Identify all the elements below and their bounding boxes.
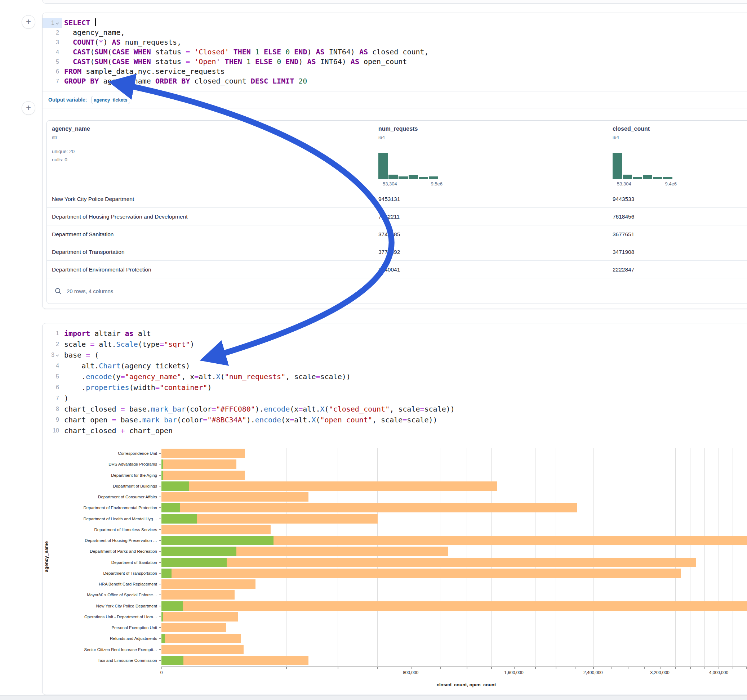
table-row[interactable]: Department of Transportation377489234719… — [47, 243, 747, 260]
x-axis-tick — [705, 667, 705, 669]
histogram-range-labels: 53,304 9.5e6 — [383, 181, 444, 187]
bar-open[interactable] — [162, 471, 163, 480]
bar-closed[interactable] — [162, 558, 696, 567]
gridline — [660, 448, 660, 666]
column-name: num_requests — [378, 126, 417, 132]
code-line[interactable]: 8chart_closed = base.mark_bar(color="#FF… — [42, 404, 747, 415]
bar-closed[interactable] — [162, 634, 241, 643]
bar-closed[interactable] — [162, 623, 226, 632]
code-line[interactable]: 10chart_closed + chart_open — [42, 425, 747, 436]
column-name: agency_name — [52, 126, 90, 132]
output-variable-pill[interactable]: agency_tickets — [91, 96, 130, 104]
bar-closed[interactable] — [162, 503, 577, 512]
code-content: chart_open = base.mark_bar(color="#8BC34… — [62, 415, 437, 425]
table-cell: 9443533 — [612, 190, 634, 208]
code-line[interactable]: 5 CAST(SUM(CASE WHEN status = 'Open' THE… — [42, 57, 747, 66]
y-axis-tick — [159, 530, 161, 530]
bar-closed[interactable] — [162, 492, 308, 502]
bar-open[interactable] — [162, 536, 274, 545]
hist-bar — [378, 153, 388, 179]
column-header-closed-count[interactable]: closed_count i64 — [612, 126, 650, 140]
x-axis-tick — [556, 667, 556, 669]
column-histogram — [378, 152, 438, 179]
bar-closed[interactable] — [162, 579, 256, 589]
code-line[interactable]: 5 .encode(y="agency_name", x=alt.X("num_… — [42, 371, 747, 382]
bar-closed[interactable] — [162, 569, 681, 578]
bar-open[interactable] — [162, 481, 189, 491]
bar-open[interactable] — [162, 569, 171, 578]
table-row[interactable]: Department of Sanitation37494853677651 — [47, 225, 747, 243]
bar-open[interactable] — [162, 503, 180, 512]
sql-code-editor[interactable]: 1SELECT 2 agency_name,3 COUNT(*) AS num_… — [42, 13, 747, 86]
bar-closed[interactable] — [162, 481, 497, 491]
code-line[interactable]: 4 alt.Chart(agency_tickets) — [42, 361, 747, 371]
bar-closed[interactable] — [162, 612, 238, 622]
bar-open[interactable] — [162, 459, 163, 469]
table-row[interactable]: New York City Police Department945313194… — [47, 190, 747, 207]
bar-closed[interactable] — [162, 601, 747, 611]
bar-closed[interactable] — [162, 525, 271, 534]
bar-closed[interactable] — [162, 471, 245, 480]
y-axis-label: Department of Consumer Affairs — [35, 492, 157, 502]
code-line[interactable]: 7GROUP BY agency_name ORDER BY closed_co… — [42, 76, 747, 86]
gridline — [338, 448, 338, 666]
add-cell-button[interactable]: + — [22, 101, 35, 115]
table-row[interactable]: Department of Housing Preservation and D… — [47, 207, 747, 225]
y-axis-label: Mayorâ€ s Office of Special Enforce… — [35, 590, 157, 600]
text-cursor — [95, 18, 96, 26]
line-number: 5 — [42, 57, 62, 66]
line-number: 10 — [42, 425, 62, 436]
bar-chart: Correspondence UnitDHS Advantage Program… — [162, 448, 747, 693]
table-cell: New York City Police Department — [52, 190, 134, 208]
y-axis-label: Department of Sanitation — [35, 557, 157, 568]
y-axis-label: New York City Police Department — [35, 600, 157, 611]
bar-closed[interactable] — [162, 656, 308, 665]
table-row[interactable]: Department of Environmental Protection22… — [47, 260, 747, 278]
y-axis-tick — [159, 617, 161, 617]
gridline — [440, 448, 440, 666]
code-line[interactable]: 1SELECT — [42, 18, 747, 28]
bar-closed[interactable] — [162, 590, 234, 599]
code-line[interactable]: 4 CAST(SUM(CASE WHEN status = 'Closed' T… — [42, 47, 747, 57]
x-axis-tick — [718, 667, 719, 669]
code-line[interactable]: 3base = ( — [42, 350, 747, 361]
add-cell-button[interactable]: + — [22, 15, 35, 29]
code-line[interactable]: 1import altair as alt — [42, 328, 747, 339]
line-number: 1 — [42, 18, 62, 28]
code-line[interactable]: 6 .properties(width="container") — [42, 382, 747, 393]
bar-closed[interactable] — [162, 645, 243, 654]
bar-open[interactable] — [162, 558, 227, 567]
fold-chevron-icon[interactable] — [56, 354, 59, 357]
x-axis-tick — [338, 667, 338, 669]
python-code-editor[interactable]: 1import altair as alt2scale = alt.Scale(… — [42, 323, 747, 436]
column-header-num-requests[interactable]: num_requests i64 — [378, 126, 417, 140]
code-line[interactable]: 3 COUNT(*) AS num_requests, — [42, 38, 747, 47]
code-line[interactable]: 6FROM sample_data.nyc.service_requests — [42, 66, 747, 76]
code-line[interactable]: 2scale = alt.Scale(type="sqrt") — [42, 339, 747, 350]
bar-open[interactable] — [162, 514, 197, 523]
x-axis-tick — [628, 667, 628, 669]
bar-open[interactable] — [162, 612, 163, 622]
y-axis-tick — [159, 496, 161, 497]
bar-open[interactable] — [162, 601, 183, 611]
x-axis-tick — [440, 667, 441, 669]
column-header-agency-name[interactable]: agency_name str unique: 20 nulls: 0 — [52, 126, 90, 164]
bar-open[interactable] — [162, 656, 183, 665]
fold-chevron-icon[interactable] — [56, 22, 59, 25]
code-line[interactable]: 2 agency_name, — [42, 28, 747, 38]
table-cell: 9453131 — [378, 190, 400, 208]
bar-closed[interactable] — [162, 459, 236, 469]
x-axis-tick — [660, 667, 661, 669]
bar-open[interactable] — [162, 547, 236, 556]
code-line[interactable]: 7) — [42, 393, 747, 404]
gridline — [575, 448, 575, 666]
x-axis-tick — [675, 667, 676, 669]
hist-bar — [633, 177, 642, 179]
bar-closed[interactable] — [162, 449, 245, 458]
search-icon[interactable] — [55, 288, 62, 294]
bar-open[interactable] — [162, 634, 165, 643]
y-axis-tick — [159, 475, 161, 476]
y-axis-tick — [159, 627, 161, 628]
line-number: 4 — [42, 361, 62, 371]
code-line[interactable]: 9chart_open = base.mark_bar(color="#8BC3… — [42, 415, 747, 425]
